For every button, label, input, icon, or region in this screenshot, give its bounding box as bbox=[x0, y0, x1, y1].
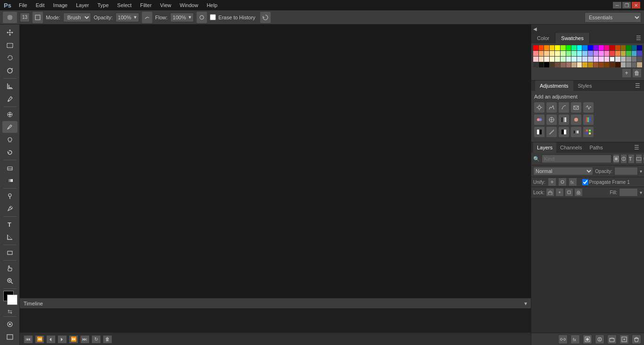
swatch[interactable] bbox=[550, 45, 555, 50]
swatch[interactable] bbox=[632, 57, 637, 62]
adj-bw[interactable] bbox=[559, 115, 569, 125]
opacity-arrow[interactable]: ▾ bbox=[640, 169, 642, 174]
swatch[interactable] bbox=[626, 45, 631, 50]
layers-kind-input[interactable] bbox=[542, 155, 611, 163]
pixel-layer-icon[interactable] bbox=[613, 155, 619, 163]
adj-posterize[interactable] bbox=[546, 127, 557, 137]
menu-image[interactable]: Image bbox=[50, 1, 72, 9]
swatch[interactable] bbox=[555, 45, 560, 50]
minimize-button[interactable]: ─ bbox=[613, 2, 621, 8]
swatch[interactable] bbox=[582, 51, 587, 56]
swap-colors-icon[interactable]: ⇆ bbox=[8, 308, 12, 315]
swatch[interactable] bbox=[571, 62, 577, 67]
brush-options-btn[interactable] bbox=[33, 12, 43, 23]
swatch[interactable] bbox=[571, 45, 577, 50]
tool-crop[interactable] bbox=[2, 80, 17, 92]
swatch[interactable] bbox=[571, 51, 577, 56]
swatch[interactable] bbox=[599, 62, 604, 67]
lock-artboards-icon[interactable] bbox=[565, 189, 573, 196]
mode-select[interactable]: Brush bbox=[63, 13, 91, 22]
lock-all-icon[interactable] bbox=[575, 189, 582, 196]
tool-heal[interactable] bbox=[2, 108, 17, 121]
timeline-first-frame[interactable]: ⏮ bbox=[24, 335, 33, 344]
opacity-value[interactable]: 100%▾ bbox=[116, 13, 139, 22]
lock-pixels-icon[interactable] bbox=[546, 189, 554, 196]
layers-panel-menu[interactable]: ☰ bbox=[631, 144, 642, 151]
swatch[interactable] bbox=[588, 45, 593, 50]
swatch[interactable] bbox=[582, 57, 587, 62]
swatch[interactable] bbox=[561, 62, 566, 67]
panel-collapse-btn[interactable]: ◀ bbox=[531, 25, 644, 33]
tab-channels[interactable]: Channels bbox=[556, 142, 586, 153]
swatch[interactable] bbox=[544, 51, 549, 56]
menu-select[interactable]: Select bbox=[114, 1, 136, 9]
tool-zoom[interactable] bbox=[2, 275, 17, 287]
swatch[interactable] bbox=[632, 51, 637, 56]
adj-photo-filter[interactable] bbox=[571, 115, 581, 125]
layer-style-btn[interactable]: fx bbox=[570, 335, 580, 344]
swatch[interactable] bbox=[637, 62, 642, 67]
close-button[interactable]: ✕ bbox=[632, 2, 640, 8]
swatch[interactable] bbox=[632, 62, 637, 67]
tool-history-brush[interactable] bbox=[2, 146, 17, 158]
swatch[interactable] bbox=[615, 62, 620, 67]
adj-hue-sat[interactable] bbox=[534, 115, 545, 125]
swatch[interactable] bbox=[604, 62, 610, 67]
adj-panel-menu[interactable]: ☰ bbox=[635, 82, 640, 89]
swatch[interactable] bbox=[621, 57, 626, 62]
layer-link-btn[interactable] bbox=[558, 335, 568, 344]
swatch[interactable] bbox=[599, 57, 604, 62]
timeline-delete[interactable]: 🗑 bbox=[103, 335, 112, 344]
tool-gradient[interactable] bbox=[2, 174, 17, 187]
panel-menu-icon[interactable]: ☰ bbox=[633, 33, 644, 43]
layer-delete-btn[interactable] bbox=[632, 335, 641, 344]
adj-curves[interactable] bbox=[559, 102, 569, 113]
swatch[interactable] bbox=[544, 62, 549, 67]
swatch[interactable] bbox=[594, 57, 599, 62]
lock-move-icon[interactable] bbox=[556, 189, 563, 196]
swatch[interactable] bbox=[577, 57, 582, 62]
swatch-new-btn[interactable]: + bbox=[622, 69, 631, 77]
tab-paths[interactable]: Paths bbox=[586, 142, 607, 153]
layer-mask-btn[interactable] bbox=[583, 335, 592, 344]
swatch[interactable] bbox=[626, 57, 631, 62]
swatch[interactable] bbox=[604, 51, 610, 56]
menu-view[interactable]: View bbox=[157, 1, 175, 9]
menu-window[interactable]: Window bbox=[176, 1, 202, 9]
unify-style-icon[interactable] bbox=[559, 178, 566, 186]
swatch[interactable] bbox=[577, 45, 582, 50]
swatch[interactable] bbox=[637, 45, 642, 50]
swatch[interactable] bbox=[566, 57, 571, 62]
timeline-forward[interactable]: ⏩ bbox=[69, 335, 78, 344]
foreground-color[interactable] bbox=[2, 291, 17, 305]
swatch[interactable] bbox=[604, 45, 610, 50]
swatch[interactable] bbox=[566, 51, 571, 56]
tool-move[interactable] bbox=[2, 26, 17, 39]
swatch[interactable] bbox=[632, 45, 637, 50]
fill-input[interactable] bbox=[619, 188, 638, 197]
adj-brightness[interactable] bbox=[534, 102, 545, 113]
layer-adjustment-btn[interactable] bbox=[595, 335, 604, 344]
layer-folder-btn[interactable] bbox=[607, 335, 617, 344]
fill-arrow[interactable]: ▾ bbox=[640, 190, 642, 195]
adj-invert[interactable] bbox=[534, 127, 545, 137]
adjustment-layer-icon[interactable] bbox=[621, 155, 627, 163]
swatch[interactable] bbox=[582, 45, 587, 50]
swatch[interactable] bbox=[637, 57, 642, 62]
airbrush-icon[interactable] bbox=[142, 12, 152, 23]
timeline-loop[interactable]: ↻ bbox=[91, 335, 101, 344]
unify-fx-icon[interactable]: fx bbox=[569, 178, 577, 186]
tool-quick-select[interactable] bbox=[2, 65, 17, 77]
menu-edit[interactable]: Edit bbox=[32, 1, 49, 9]
swatch[interactable] bbox=[621, 45, 626, 50]
swatch[interactable] bbox=[533, 62, 538, 67]
timeline-prev-frame[interactable]: ⏪ bbox=[35, 335, 44, 344]
adj-exposure[interactable] bbox=[571, 102, 581, 113]
menu-layer[interactable]: Layer bbox=[72, 1, 93, 9]
swatch[interactable] bbox=[577, 62, 582, 67]
type-layer-icon[interactable]: T bbox=[628, 155, 634, 163]
swatch[interactable] bbox=[594, 45, 599, 50]
swatch[interactable] bbox=[615, 45, 620, 50]
swatch[interactable] bbox=[544, 57, 549, 62]
tab-layers[interactable]: Layers bbox=[533, 142, 556, 153]
